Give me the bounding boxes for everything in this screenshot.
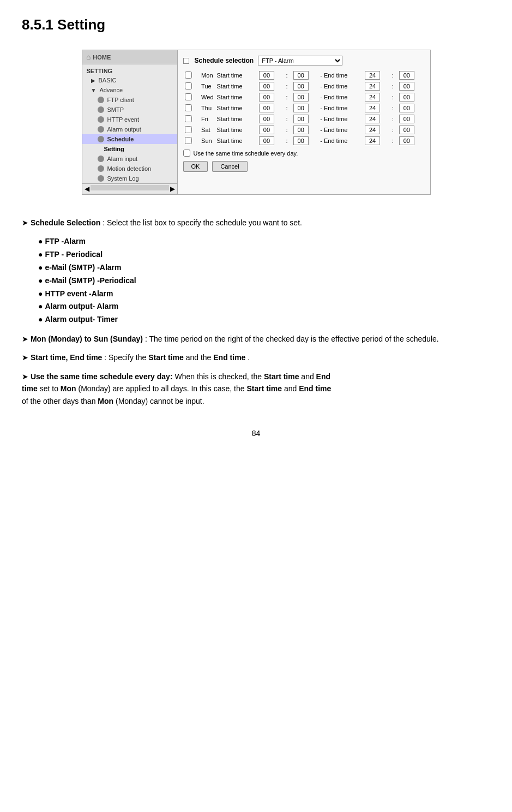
setting-label: Setting [104, 146, 124, 152]
sidebar-item-smtp[interactable]: SMTP [82, 105, 177, 115]
sidebar-scrollbar[interactable]: ◀ ▶ [82, 183, 177, 194]
start-min-tue[interactable] [293, 82, 309, 91]
time-bold: time [22, 384, 38, 393]
start-time-label-wed: Start time [215, 92, 257, 103]
scroll-left-icon[interactable]: ◀ [85, 185, 89, 193]
start-hour-tue[interactable] [259, 82, 274, 91]
sidebar-item-schedule[interactable]: Schedule [82, 134, 177, 144]
smtp-icon [98, 106, 104, 113]
day-checkbox-tue[interactable] [185, 82, 192, 89]
day-label-sun: Sun [200, 135, 215, 146]
start-hour-sun[interactable] [259, 136, 274, 145]
alarm-input-label: Alarm input [107, 156, 138, 162]
sidebar-item-motion-detection[interactable]: Motion detection [82, 164, 177, 174]
end-hour-wed[interactable] [365, 93, 380, 101]
cancel-button[interactable]: Cancel [212, 161, 247, 172]
end-hour-fri[interactable] [365, 115, 380, 123]
start-time-label-thu: Start time [215, 103, 257, 114]
system-log-label: System Log [107, 175, 139, 182]
day-checkbox-mon[interactable] [185, 71, 192, 79]
day-label-mon: Mon [200, 70, 215, 81]
start-hour-mon[interactable] [259, 71, 274, 80]
schedule-selection-bold: Schedule Selection [31, 218, 100, 227]
mon-sun-bold: Mon (Monday) to Sun (Sunday) [31, 335, 143, 343]
alarm-input-icon [98, 156, 104, 162]
end-hour-sat[interactable] [365, 126, 380, 134]
end-min-sun[interactable] [399, 136, 414, 145]
same-time-text3: set to [40, 384, 61, 393]
end-min-wed[interactable] [399, 93, 414, 101]
start-time-bold2: Start time [148, 353, 184, 362]
start-hour-wed[interactable] [259, 93, 274, 101]
smtp-label: SMTP [107, 106, 124, 113]
sidebar-item-alarm-output[interactable]: Alarm output [82, 124, 177, 134]
start-min-wed[interactable] [293, 93, 309, 101]
sidebar-item-advance[interactable]: ▼ Advance [82, 85, 177, 95]
day-checkbox-fri[interactable] [185, 115, 192, 122]
schedule-dropdown[interactable]: FTP - Alarm FTP - Periodical e-Mail (SMT… [258, 56, 342, 65]
sidebar-item-http-event[interactable]: HTTP event [82, 115, 177, 124]
motion-detection-icon [98, 165, 104, 172]
schedule-selection-checkbox[interactable] [183, 58, 189, 64]
sidebar-item-alarm-input[interactable]: Alarm input [82, 154, 177, 164]
sep2-thu: : [390, 103, 397, 114]
day-checkbox-thu[interactable] [185, 104, 192, 111]
end-hour-mon[interactable] [365, 71, 380, 80]
mon-bold2: Mon [98, 397, 113, 405]
sep1-sat: : [284, 124, 291, 135]
sep1-wed: : [284, 92, 291, 103]
start-min-sun[interactable] [293, 136, 309, 145]
main-content: Schedule selection FTP - Alarm FTP - Per… [178, 50, 430, 194]
dash-sun: - End time [318, 135, 363, 146]
schedule-options-list: FTP -Alarm FTP - Periodical e-Mail (SMTP… [22, 235, 490, 326]
sidebar-item-basic[interactable]: ▶ BASIC [82, 75, 177, 85]
sidebar-item-ftp-client[interactable]: FTP client [82, 95, 177, 105]
start-hour-fri[interactable] [259, 115, 274, 123]
same-time-text7: (Monday) cannot be input. [116, 397, 204, 405]
basic-icon: ▶ [91, 77, 95, 83]
start-time-bold3: Start time [264, 372, 299, 381]
end-min-mon[interactable] [399, 71, 414, 80]
ui-panel: ⌂ HOME SETTING ▶ BASIC ▼ Advance FTP cli… [82, 50, 431, 195]
start-min-mon[interactable] [293, 71, 309, 80]
system-log-icon [98, 175, 104, 182]
end-hour-tue[interactable] [365, 82, 380, 91]
start-time-label-fri: Start time [215, 114, 257, 124]
same-time-text6: of the other days than [22, 397, 98, 405]
end-hour-thu[interactable] [365, 104, 380, 112]
start-hour-sat[interactable] [259, 126, 274, 134]
ok-button[interactable]: OK [183, 161, 208, 172]
sidebar-item-setting[interactable]: Setting [82, 144, 177, 154]
sidebar-item-system-log[interactable]: System Log [82, 174, 177, 183]
basic-label: BASIC [99, 77, 117, 83]
end-min-tue[interactable] [399, 82, 414, 91]
day-checkbox-wed[interactable] [185, 93, 192, 100]
same-time-checkbox[interactable] [183, 150, 190, 157]
option-smtp-periodical: e-Mail (SMTP) -Periodical [38, 274, 490, 288]
end-min-sat[interactable] [399, 126, 414, 134]
schedule-row-sun: Sun Start time : - End time : [183, 135, 425, 146]
start-min-thu[interactable] [293, 104, 309, 112]
day-label-fri: Fri [200, 114, 215, 124]
start-time-label-sat: Start time [215, 124, 257, 135]
day-checkbox-sun[interactable] [185, 137, 192, 144]
option-alarm-output-alarm: Alarm output- Alarm [38, 300, 490, 313]
home-label: HOME [93, 54, 111, 61]
start-min-fri[interactable] [293, 115, 309, 123]
day-checkbox-sat[interactable] [185, 126, 192, 133]
sidebar-home[interactable]: ⌂ HOME [82, 50, 177, 64]
mon-sun-text: : The time period on the right of the ch… [145, 335, 439, 343]
end-min-fri[interactable] [399, 115, 414, 123]
same-time-desc: ➤ Use the same time schedule every day: … [22, 371, 490, 407]
scroll-right-icon[interactable]: ▶ [170, 185, 175, 193]
end-hour-sun[interactable] [365, 136, 380, 145]
end-min-thu[interactable] [399, 104, 414, 112]
start-hour-thu[interactable] [259, 104, 274, 112]
same-time-text4: (Monday) are applied to all days. In thi… [78, 384, 246, 393]
ftp-client-label: FTP client [107, 97, 134, 103]
start-min-sat[interactable] [293, 126, 309, 134]
same-time-bold: Use the same time schedule every day: [31, 372, 173, 381]
sep2-sun: : [390, 135, 397, 146]
arrow-bullet-3: ➤ [22, 353, 31, 362]
start-time-label-sun: Start time [215, 135, 257, 146]
